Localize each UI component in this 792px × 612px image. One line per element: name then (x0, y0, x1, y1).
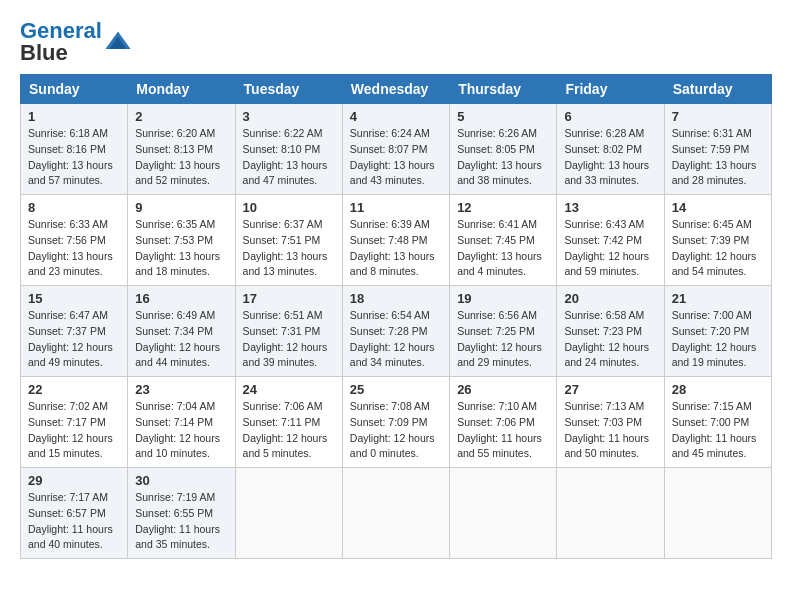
day-number: 3 (243, 109, 335, 124)
calendar-cell: 7 Sunrise: 6:31 AM Sunset: 7:59 PM Dayli… (664, 104, 771, 195)
day-number: 17 (243, 291, 335, 306)
day-info: Sunrise: 6:26 AM Sunset: 8:05 PM Dayligh… (457, 126, 549, 189)
day-number: 23 (135, 382, 227, 397)
day-info: Sunrise: 6:35 AM Sunset: 7:53 PM Dayligh… (135, 217, 227, 280)
day-info: Sunrise: 6:45 AM Sunset: 7:39 PM Dayligh… (672, 217, 764, 280)
calendar-cell (342, 468, 449, 559)
calendar-cell: 29 Sunrise: 7:17 AM Sunset: 6:57 PM Dayl… (21, 468, 128, 559)
day-number: 6 (564, 109, 656, 124)
weekday-header-thursday: Thursday (450, 75, 557, 104)
weekday-header-friday: Friday (557, 75, 664, 104)
calendar-week-row: 22 Sunrise: 7:02 AM Sunset: 7:17 PM Dayl… (21, 377, 772, 468)
day-info: Sunrise: 7:00 AM Sunset: 7:20 PM Dayligh… (672, 308, 764, 371)
day-number: 24 (243, 382, 335, 397)
calendar-cell: 17 Sunrise: 6:51 AM Sunset: 7:31 PM Dayl… (235, 286, 342, 377)
page-header: GeneralBlue (20, 20, 772, 64)
calendar-body: 1 Sunrise: 6:18 AM Sunset: 8:16 PM Dayli… (21, 104, 772, 559)
logo-text: GeneralBlue (20, 20, 102, 64)
calendar-table: SundayMondayTuesdayWednesdayThursdayFrid… (20, 74, 772, 559)
calendar-week-row: 29 Sunrise: 7:17 AM Sunset: 6:57 PM Dayl… (21, 468, 772, 559)
weekday-header-saturday: Saturday (664, 75, 771, 104)
calendar-cell: 26 Sunrise: 7:10 AM Sunset: 7:06 PM Dayl… (450, 377, 557, 468)
calendar-cell (235, 468, 342, 559)
calendar-cell: 13 Sunrise: 6:43 AM Sunset: 7:42 PM Dayl… (557, 195, 664, 286)
day-number: 19 (457, 291, 549, 306)
day-number: 4 (350, 109, 442, 124)
day-number: 27 (564, 382, 656, 397)
calendar-cell: 10 Sunrise: 6:37 AM Sunset: 7:51 PM Dayl… (235, 195, 342, 286)
day-info: Sunrise: 6:41 AM Sunset: 7:45 PM Dayligh… (457, 217, 549, 280)
day-number: 16 (135, 291, 227, 306)
calendar-cell: 4 Sunrise: 6:24 AM Sunset: 8:07 PM Dayli… (342, 104, 449, 195)
calendar-cell: 16 Sunrise: 6:49 AM Sunset: 7:34 PM Dayl… (128, 286, 235, 377)
calendar-cell: 15 Sunrise: 6:47 AM Sunset: 7:37 PM Dayl… (21, 286, 128, 377)
day-number: 1 (28, 109, 120, 124)
day-info: Sunrise: 6:28 AM Sunset: 8:02 PM Dayligh… (564, 126, 656, 189)
calendar-cell: 21 Sunrise: 7:00 AM Sunset: 7:20 PM Dayl… (664, 286, 771, 377)
day-info: Sunrise: 6:37 AM Sunset: 7:51 PM Dayligh… (243, 217, 335, 280)
calendar-cell (664, 468, 771, 559)
calendar-cell: 23 Sunrise: 7:04 AM Sunset: 7:14 PM Dayl… (128, 377, 235, 468)
day-info: Sunrise: 6:22 AM Sunset: 8:10 PM Dayligh… (243, 126, 335, 189)
calendar-cell: 9 Sunrise: 6:35 AM Sunset: 7:53 PM Dayli… (128, 195, 235, 286)
calendar-cell: 1 Sunrise: 6:18 AM Sunset: 8:16 PM Dayli… (21, 104, 128, 195)
day-number: 28 (672, 382, 764, 397)
calendar-cell: 20 Sunrise: 6:58 AM Sunset: 7:23 PM Dayl… (557, 286, 664, 377)
day-info: Sunrise: 7:15 AM Sunset: 7:00 PM Dayligh… (672, 399, 764, 462)
day-info: Sunrise: 6:18 AM Sunset: 8:16 PM Dayligh… (28, 126, 120, 189)
calendar-cell: 24 Sunrise: 7:06 AM Sunset: 7:11 PM Dayl… (235, 377, 342, 468)
logo: GeneralBlue (20, 20, 132, 64)
day-number: 18 (350, 291, 442, 306)
day-number: 30 (135, 473, 227, 488)
calendar-cell: 3 Sunrise: 6:22 AM Sunset: 8:10 PM Dayli… (235, 104, 342, 195)
weekday-header-monday: Monday (128, 75, 235, 104)
day-number: 15 (28, 291, 120, 306)
day-number: 5 (457, 109, 549, 124)
calendar-cell: 22 Sunrise: 7:02 AM Sunset: 7:17 PM Dayl… (21, 377, 128, 468)
day-number: 29 (28, 473, 120, 488)
day-info: Sunrise: 7:02 AM Sunset: 7:17 PM Dayligh… (28, 399, 120, 462)
weekday-header-sunday: Sunday (21, 75, 128, 104)
day-number: 21 (672, 291, 764, 306)
day-info: Sunrise: 6:24 AM Sunset: 8:07 PM Dayligh… (350, 126, 442, 189)
day-info: Sunrise: 6:49 AM Sunset: 7:34 PM Dayligh… (135, 308, 227, 371)
day-number: 2 (135, 109, 227, 124)
day-info: Sunrise: 7:06 AM Sunset: 7:11 PM Dayligh… (243, 399, 335, 462)
day-number: 25 (350, 382, 442, 397)
day-info: Sunrise: 6:33 AM Sunset: 7:56 PM Dayligh… (28, 217, 120, 280)
day-info: Sunrise: 6:20 AM Sunset: 8:13 PM Dayligh… (135, 126, 227, 189)
day-info: Sunrise: 6:47 AM Sunset: 7:37 PM Dayligh… (28, 308, 120, 371)
calendar-cell: 30 Sunrise: 7:19 AM Sunset: 6:55 PM Dayl… (128, 468, 235, 559)
calendar-cell: 5 Sunrise: 6:26 AM Sunset: 8:05 PM Dayli… (450, 104, 557, 195)
logo-icon (104, 28, 132, 56)
day-info: Sunrise: 7:10 AM Sunset: 7:06 PM Dayligh… (457, 399, 549, 462)
calendar-week-row: 15 Sunrise: 6:47 AM Sunset: 7:37 PM Dayl… (21, 286, 772, 377)
day-number: 8 (28, 200, 120, 215)
day-info: Sunrise: 7:19 AM Sunset: 6:55 PM Dayligh… (135, 490, 227, 553)
day-info: Sunrise: 6:51 AM Sunset: 7:31 PM Dayligh… (243, 308, 335, 371)
calendar-cell: 14 Sunrise: 6:45 AM Sunset: 7:39 PM Dayl… (664, 195, 771, 286)
calendar-cell: 11 Sunrise: 6:39 AM Sunset: 7:48 PM Dayl… (342, 195, 449, 286)
calendar-cell: 19 Sunrise: 6:56 AM Sunset: 7:25 PM Dayl… (450, 286, 557, 377)
day-info: Sunrise: 6:43 AM Sunset: 7:42 PM Dayligh… (564, 217, 656, 280)
calendar-cell: 12 Sunrise: 6:41 AM Sunset: 7:45 PM Dayl… (450, 195, 557, 286)
day-number: 26 (457, 382, 549, 397)
day-number: 10 (243, 200, 335, 215)
calendar-week-row: 8 Sunrise: 6:33 AM Sunset: 7:56 PM Dayli… (21, 195, 772, 286)
day-number: 7 (672, 109, 764, 124)
calendar-cell: 28 Sunrise: 7:15 AM Sunset: 7:00 PM Dayl… (664, 377, 771, 468)
day-info: Sunrise: 6:39 AM Sunset: 7:48 PM Dayligh… (350, 217, 442, 280)
day-number: 13 (564, 200, 656, 215)
day-info: Sunrise: 6:58 AM Sunset: 7:23 PM Dayligh… (564, 308, 656, 371)
day-info: Sunrise: 7:04 AM Sunset: 7:14 PM Dayligh… (135, 399, 227, 462)
weekday-header-row: SundayMondayTuesdayWednesdayThursdayFrid… (21, 75, 772, 104)
calendar-week-row: 1 Sunrise: 6:18 AM Sunset: 8:16 PM Dayli… (21, 104, 772, 195)
day-info: Sunrise: 6:31 AM Sunset: 7:59 PM Dayligh… (672, 126, 764, 189)
day-number: 9 (135, 200, 227, 215)
weekday-header-tuesday: Tuesday (235, 75, 342, 104)
calendar-cell (557, 468, 664, 559)
day-number: 12 (457, 200, 549, 215)
calendar-cell: 2 Sunrise: 6:20 AM Sunset: 8:13 PM Dayli… (128, 104, 235, 195)
calendar-cell (450, 468, 557, 559)
day-info: Sunrise: 7:08 AM Sunset: 7:09 PM Dayligh… (350, 399, 442, 462)
